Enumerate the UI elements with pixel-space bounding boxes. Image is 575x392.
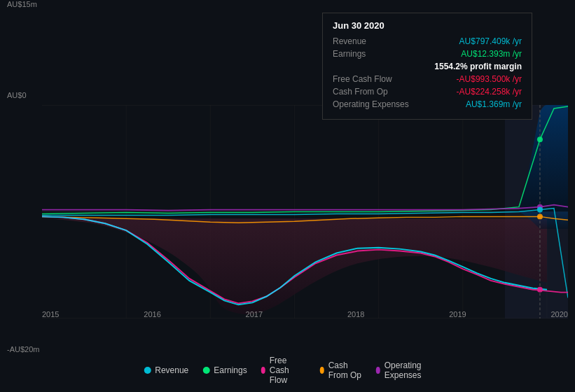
legend-label-revenue: Revenue	[155, 365, 188, 375]
tooltip-row-revenue: Revenue AU$797.409k /yr	[333, 36, 522, 46]
legend-item-fcf[interactable]: Free Cash Flow	[261, 356, 306, 385]
legend-item-cashop[interactable]: Cash From Op	[320, 360, 362, 380]
tooltip-value-cashop: -AU$224.258k /yr	[457, 87, 522, 97]
svg-point-13	[537, 207, 543, 213]
legend-label-cashop: Cash From Op	[328, 360, 362, 380]
tooltip-label-cashop: Cash From Op	[333, 87, 410, 97]
legend-label-earnings: Earnings	[214, 365, 247, 375]
svg-point-11	[537, 136, 543, 142]
legend-item-opex[interactable]: Operating Expenses	[376, 360, 431, 380]
tooltip-label-fcf: Free Cash Flow	[333, 74, 410, 84]
tooltip-label-earnings: Earnings	[333, 49, 410, 59]
chart-area: 2015 2016 2017 2018 2019 2020	[0, 105, 575, 357]
legend-dot-fcf	[261, 367, 265, 374]
tooltip-row-margin: 1554.2% profit margin	[333, 62, 522, 71]
x-label-2019: 2019	[449, 310, 466, 318]
tooltip-row-opex: Operating Expenses AU$1.369m /yr	[333, 99, 522, 109]
x-axis-labels: 2015 2016 2017 2018 2019 2020	[42, 310, 568, 318]
legend-label-fcf: Free Cash Flow	[270, 356, 306, 385]
tooltip-label-opex: Operating Expenses	[333, 99, 410, 109]
y-label-top: AU$15m	[7, 0, 37, 8]
legend-dot-opex	[376, 367, 380, 374]
tooltip-label-revenue: Revenue	[333, 36, 410, 46]
tooltip-card: Jun 30 2020 Revenue AU$797.409k /yr Earn…	[322, 13, 532, 120]
legend-dot-revenue	[144, 367, 151, 374]
legend-dot-cashop	[320, 367, 324, 374]
x-label-2018: 2018	[347, 310, 364, 318]
x-label-2016: 2016	[144, 310, 160, 318]
tooltip-value-earnings: AU$12.393m /yr	[461, 49, 522, 59]
legend-item-revenue[interactable]: Revenue	[144, 365, 188, 375]
y-label-mid: AU$0	[7, 91, 27, 99]
svg-point-14	[537, 214, 543, 219]
chart-svg	[42, 105, 568, 318]
legend-item-earnings[interactable]: Earnings	[202, 365, 247, 375]
legend-label-opex: Operating Expenses	[385, 360, 431, 380]
svg-point-15	[537, 287, 543, 293]
tooltip-value-revenue: AU$797.409k /yr	[459, 36, 522, 46]
legend-dot-earnings	[202, 367, 209, 374]
x-label-2020: 2020	[550, 310, 567, 318]
tooltip-value-fcf: -AU$993.500k /yr	[457, 74, 522, 84]
tooltip-value-opex: AU$1.369m /yr	[466, 99, 522, 109]
chart-legend: Revenue Earnings Free Cash Flow Cash Fro…	[144, 356, 431, 385]
tooltip-row-fcf: Free Cash Flow -AU$993.500k /yr	[333, 74, 522, 84]
tooltip-title: Jun 30 2020	[333, 20, 522, 31]
x-label-2015: 2015	[42, 310, 59, 318]
tooltip-row-cashop: Cash From Op -AU$224.258k /yr	[333, 87, 522, 97]
tooltip-value-margin: 1554.2% profit margin	[434, 62, 522, 71]
tooltip-row-earnings: Earnings AU$12.393m /yr	[333, 49, 522, 59]
x-label-2017: 2017	[246, 310, 263, 318]
